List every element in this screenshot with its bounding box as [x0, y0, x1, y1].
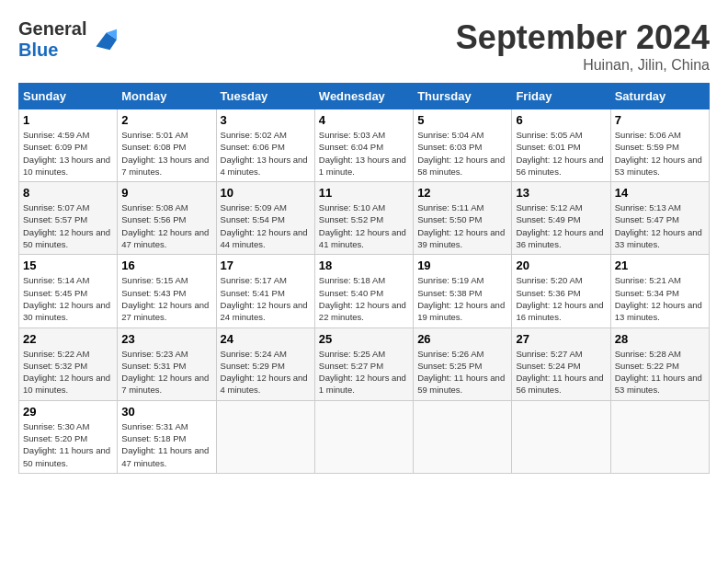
- day-cell-23: 23 Sunrise: 5:23 AM Sunset: 5:31 PM Dayl…: [118, 327, 216, 400]
- day-info-18: Sunrise: 5:18 AM Sunset: 5:40 PM Dayligh…: [319, 274, 409, 323]
- calendar-row-3: 15 Sunrise: 5:14 AM Sunset: 5:45 PM Dayl…: [19, 255, 710, 327]
- location-title: Huinan, Jilin, China: [456, 57, 710, 74]
- logo-icon: [89, 26, 117, 53]
- header-saturday: Saturday: [610, 84, 709, 109]
- day-info-29: Sunrise: 5:30 AM Sunset: 5:20 PM Dayligh…: [23, 420, 113, 469]
- day-cell-26: 26 Sunrise: 5:26 AM Sunset: 5:25 PM Dayl…: [414, 327, 512, 400]
- day-number-29: 29: [23, 405, 113, 419]
- day-number-8: 8: [23, 186, 113, 200]
- day-number-13: 13: [516, 186, 606, 200]
- logo: General Blue: [18, 18, 117, 61]
- day-number-17: 17: [221, 259, 311, 272]
- day-cell-24: 24 Sunrise: 5:24 AM Sunset: 5:29 PM Dayl…: [216, 327, 314, 400]
- day-number-3: 3: [221, 113, 311, 127]
- day-info-20: Sunrise: 5:20 AM Sunset: 5:36 PM Dayligh…: [516, 274, 606, 323]
- day-info-14: Sunrise: 5:13 AM Sunset: 5:47 PM Dayligh…: [615, 201, 705, 250]
- day-info-21: Sunrise: 5:21 AM Sunset: 5:34 PM Dayligh…: [615, 274, 705, 323]
- month-title: September 2024: [456, 18, 710, 57]
- day-info-17: Sunrise: 5:17 AM Sunset: 5:41 PM Dayligh…: [221, 274, 311, 323]
- day-info-7: Sunrise: 5:06 AM Sunset: 5:59 PM Dayligh…: [615, 129, 705, 178]
- day-info-9: Sunrise: 5:08 AM Sunset: 5:56 PM Dayligh…: [121, 201, 211, 250]
- day-info-25: Sunrise: 5:25 AM Sunset: 5:27 PM Dayligh…: [319, 348, 409, 396]
- day-cell-19: 19 Sunrise: 5:19 AM Sunset: 5:38 PM Dayl…: [414, 255, 512, 327]
- day-cell-9: 9 Sunrise: 5:08 AM Sunset: 5:56 PM Dayli…: [118, 182, 216, 255]
- logo-blue-text: Blue: [18, 40, 58, 60]
- day-cell-15: 15 Sunrise: 5:14 AM Sunset: 5:45 PM Dayl…: [19, 255, 118, 327]
- day-cell-29: 29 Sunrise: 5:30 AM Sunset: 5:20 PM Dayl…: [19, 400, 118, 473]
- day-cell-20: 20 Sunrise: 5:20 AM Sunset: 5:36 PM Dayl…: [512, 255, 610, 327]
- day-cell-28: 28 Sunrise: 5:28 AM Sunset: 5:22 PM Dayl…: [610, 327, 709, 400]
- day-info-12: Sunrise: 5:11 AM Sunset: 5:50 PM Dayligh…: [417, 201, 507, 250]
- empty-cell: [414, 400, 512, 473]
- day-number-24: 24: [221, 332, 311, 346]
- day-number-25: 25: [319, 332, 409, 346]
- empty-cell: [216, 400, 314, 473]
- day-cell-13: 13 Sunrise: 5:12 AM Sunset: 5:49 PM Dayl…: [512, 182, 610, 255]
- day-number-11: 11: [319, 186, 409, 200]
- day-number-23: 23: [121, 332, 211, 346]
- day-info-22: Sunrise: 5:22 AM Sunset: 5:32 PM Dayligh…: [23, 348, 113, 396]
- header-monday: Monday: [118, 84, 216, 109]
- day-cell-18: 18 Sunrise: 5:18 AM Sunset: 5:40 PM Dayl…: [314, 255, 413, 327]
- day-info-5: Sunrise: 5:04 AM Sunset: 6:03 PM Dayligh…: [417, 129, 507, 178]
- day-info-27: Sunrise: 5:27 AM Sunset: 5:24 PM Dayligh…: [516, 348, 606, 396]
- day-number-12: 12: [417, 186, 507, 200]
- day-cell-12: 12 Sunrise: 5:11 AM Sunset: 5:50 PM Dayl…: [414, 182, 512, 255]
- day-info-11: Sunrise: 5:10 AM Sunset: 5:52 PM Dayligh…: [319, 201, 409, 250]
- day-info-2: Sunrise: 5:01 AM Sunset: 6:08 PM Dayligh…: [121, 129, 211, 178]
- day-info-15: Sunrise: 5:14 AM Sunset: 5:45 PM Dayligh…: [23, 274, 113, 323]
- calendar-row-1: 1 Sunrise: 4:59 AM Sunset: 6:09 PM Dayli…: [19, 109, 710, 182]
- weekday-header-row: Sunday Monday Tuesday Wednesday Thursday…: [19, 84, 710, 109]
- day-info-10: Sunrise: 5:09 AM Sunset: 5:54 PM Dayligh…: [221, 201, 311, 250]
- day-number-7: 7: [615, 113, 705, 127]
- day-info-24: Sunrise: 5:24 AM Sunset: 5:29 PM Dayligh…: [221, 348, 311, 396]
- calendar-row-4: 22 Sunrise: 5:22 AM Sunset: 5:32 PM Dayl…: [19, 327, 710, 400]
- header-tuesday: Tuesday: [216, 84, 314, 109]
- day-info-6: Sunrise: 5:05 AM Sunset: 6:01 PM Dayligh…: [516, 129, 606, 178]
- header-wednesday: Wednesday: [314, 84, 413, 109]
- day-number-28: 28: [615, 332, 705, 346]
- day-cell-22: 22 Sunrise: 5:22 AM Sunset: 5:32 PM Dayl…: [19, 327, 118, 400]
- header-thursday: Thursday: [414, 84, 512, 109]
- day-cell-16: 16 Sunrise: 5:15 AM Sunset: 5:43 PM Dayl…: [118, 255, 216, 327]
- empty-cell: [314, 400, 413, 473]
- day-number-22: 22: [23, 332, 113, 346]
- day-number-16: 16: [121, 259, 211, 272]
- day-info-19: Sunrise: 5:19 AM Sunset: 5:38 PM Dayligh…: [417, 274, 507, 323]
- day-number-19: 19: [417, 259, 507, 272]
- day-info-30: Sunrise: 5:31 AM Sunset: 5:18 PM Dayligh…: [121, 420, 211, 469]
- calendar-row-5: 29 Sunrise: 5:30 AM Sunset: 5:20 PM Dayl…: [19, 400, 710, 473]
- day-number-18: 18: [319, 259, 409, 272]
- day-cell-25: 25 Sunrise: 5:25 AM Sunset: 5:27 PM Dayl…: [314, 327, 413, 400]
- day-cell-2: 2 Sunrise: 5:01 AM Sunset: 6:08 PM Dayli…: [118, 109, 216, 182]
- empty-cell: [512, 400, 610, 473]
- day-number-4: 4: [319, 113, 409, 127]
- day-number-2: 2: [121, 113, 211, 127]
- header-friday: Friday: [512, 84, 610, 109]
- day-number-10: 10: [221, 186, 311, 200]
- empty-cell: [610, 400, 709, 473]
- day-info-13: Sunrise: 5:12 AM Sunset: 5:49 PM Dayligh…: [516, 201, 606, 250]
- day-info-16: Sunrise: 5:15 AM Sunset: 5:43 PM Dayligh…: [121, 274, 211, 323]
- day-cell-27: 27 Sunrise: 5:27 AM Sunset: 5:24 PM Dayl…: [512, 327, 610, 400]
- day-cell-8: 8 Sunrise: 5:07 AM Sunset: 5:57 PM Dayli…: [19, 182, 118, 255]
- day-cell-6: 6 Sunrise: 5:05 AM Sunset: 6:01 PM Dayli…: [512, 109, 610, 182]
- day-number-26: 26: [417, 332, 507, 346]
- calendar-table: Sunday Monday Tuesday Wednesday Thursday…: [18, 83, 710, 474]
- day-cell-30: 30 Sunrise: 5:31 AM Sunset: 5:18 PM Dayl…: [118, 400, 216, 473]
- day-cell-11: 11 Sunrise: 5:10 AM Sunset: 5:52 PM Dayl…: [314, 182, 413, 255]
- day-number-15: 15: [23, 259, 113, 272]
- title-area: September 2024 Huinan, Jilin, China: [456, 18, 710, 74]
- day-cell-4: 4 Sunrise: 5:03 AM Sunset: 6:04 PM Dayli…: [314, 109, 413, 182]
- day-number-6: 6: [516, 113, 606, 127]
- day-cell-21: 21 Sunrise: 5:21 AM Sunset: 5:34 PM Dayl…: [610, 255, 709, 327]
- day-cell-7: 7 Sunrise: 5:06 AM Sunset: 5:59 PM Dayli…: [610, 109, 709, 182]
- day-number-14: 14: [615, 186, 705, 200]
- day-info-4: Sunrise: 5:03 AM Sunset: 6:04 PM Dayligh…: [319, 129, 409, 178]
- day-info-28: Sunrise: 5:28 AM Sunset: 5:22 PM Dayligh…: [615, 348, 705, 396]
- day-info-23: Sunrise: 5:23 AM Sunset: 5:31 PM Dayligh…: [121, 348, 211, 396]
- day-info-1: Sunrise: 4:59 AM Sunset: 6:09 PM Dayligh…: [23, 129, 113, 178]
- day-number-5: 5: [417, 113, 507, 127]
- day-cell-10: 10 Sunrise: 5:09 AM Sunset: 5:54 PM Dayl…: [216, 182, 314, 255]
- day-info-3: Sunrise: 5:02 AM Sunset: 6:06 PM Dayligh…: [221, 129, 311, 178]
